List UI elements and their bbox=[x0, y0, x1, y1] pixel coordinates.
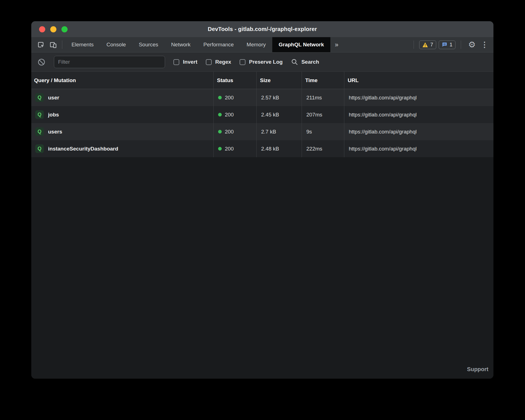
regex-checkbox[interactable]: Regex bbox=[206, 59, 231, 65]
issues-icon bbox=[442, 42, 447, 47]
tab-memory[interactable]: Memory bbox=[240, 37, 272, 52]
devtools-window: DevTools - gitlab.com/-/graphql-explorer… bbox=[31, 21, 493, 379]
size-cell: 2.57 kB bbox=[256, 89, 302, 106]
preserve-log-checkbox[interactable]: Preserve Log bbox=[240, 59, 283, 65]
query-cell: Q instanceSecurityDashboard bbox=[31, 140, 213, 157]
query-badge-icon: Q bbox=[35, 93, 44, 102]
column-header-time[interactable]: Time bbox=[302, 72, 344, 89]
query-name: instanceSecurityDashboard bbox=[48, 146, 118, 152]
column-header-size[interactable]: Size bbox=[256, 72, 302, 89]
kebab-menu-icon: ⋮ bbox=[481, 41, 488, 49]
status-ok-dot-icon bbox=[218, 147, 222, 151]
titlebar: DevTools - gitlab.com/-/graphql-explorer bbox=[31, 21, 493, 37]
gear-icon: ⚙ bbox=[468, 40, 476, 49]
close-window-button[interactable] bbox=[39, 26, 45, 32]
query-cell: Q jobs bbox=[31, 106, 213, 123]
block-icon bbox=[37, 58, 46, 66]
tab-sources[interactable]: Sources bbox=[132, 37, 165, 52]
search-icon bbox=[291, 58, 298, 66]
checkbox-box bbox=[240, 59, 245, 65]
search-label: Search bbox=[301, 59, 319, 65]
tabbar-left-icons bbox=[31, 37, 65, 52]
toolbar-divider bbox=[461, 40, 461, 49]
status-code: 200 bbox=[225, 95, 234, 101]
status-cell: 200 bbox=[213, 140, 256, 157]
size-cell: 2.7 kB bbox=[256, 123, 302, 140]
minimize-window-button[interactable] bbox=[50, 26, 56, 32]
checkbox-box bbox=[173, 59, 179, 65]
column-header-url[interactable]: URL bbox=[344, 72, 493, 89]
url-cell: https://gitlab.com/api/graphql bbox=[344, 106, 493, 123]
settings-button[interactable]: ⚙ bbox=[466, 40, 478, 49]
issues-badge[interactable]: 1 bbox=[439, 40, 455, 49]
tab-console[interactable]: Console bbox=[100, 37, 132, 52]
table-header-row: Query / Mutation Status Size Time URL bbox=[31, 72, 493, 89]
time-cell: 211ms bbox=[302, 89, 344, 106]
query-badge-icon: Q bbox=[35, 144, 44, 153]
status-code: 200 bbox=[225, 146, 234, 152]
device-toolbar-button[interactable] bbox=[47, 37, 59, 52]
devtools-tabbar: Elements Console Sources Network Perform… bbox=[31, 37, 493, 52]
time-cell: 222ms bbox=[302, 140, 344, 157]
size-cell: 2.48 kB bbox=[256, 140, 302, 157]
empty-content-area bbox=[31, 157, 493, 379]
table-row[interactable]: Q instanceSecurityDashboard 200 2.48 kB … bbox=[31, 140, 493, 157]
toolbar-divider bbox=[414, 40, 414, 49]
clear-filter-button[interactable] bbox=[37, 58, 46, 66]
status-cell: 200 bbox=[213, 123, 256, 140]
query-cell: Q users bbox=[31, 123, 213, 140]
status-ok-dot-icon bbox=[218, 113, 222, 116]
warnings-badge[interactable]: 7 bbox=[419, 40, 436, 49]
table-row[interactable]: Q users 200 2.7 kB 9s https://gitlab.com… bbox=[31, 123, 493, 140]
inspect-cursor-icon bbox=[37, 41, 45, 49]
tab-elements[interactable]: Elements bbox=[65, 37, 100, 52]
query-name: users bbox=[48, 129, 62, 135]
table-row[interactable]: Q user 200 2.57 kB 211ms https://gitlab.… bbox=[31, 89, 493, 106]
url-cell: https://gitlab.com/api/graphql bbox=[344, 123, 493, 140]
zoom-window-button[interactable] bbox=[61, 26, 68, 32]
device-toolbar-icon bbox=[49, 41, 57, 49]
warning-count: 7 bbox=[430, 42, 433, 48]
time-cell: 207ms bbox=[302, 106, 344, 123]
query-cell: Q user bbox=[31, 89, 213, 106]
table-row[interactable]: Q jobs 200 2.45 kB 207ms https://gitlab.… bbox=[31, 106, 493, 123]
tab-network[interactable]: Network bbox=[165, 37, 197, 52]
main-menu-button[interactable]: ⋮ bbox=[480, 41, 489, 49]
size-cell: 2.45 kB bbox=[256, 106, 302, 123]
search-button[interactable]: Search bbox=[291, 58, 319, 66]
inspect-element-button[interactable] bbox=[35, 37, 47, 52]
more-tabs-button[interactable]: » bbox=[330, 37, 343, 52]
column-header-query-mutation[interactable]: Query / Mutation bbox=[31, 72, 213, 89]
query-badge-icon: Q bbox=[35, 127, 44, 136]
query-name: user bbox=[48, 95, 59, 101]
filterbar: Invert Regex Preserve Log Search bbox=[31, 52, 493, 72]
status-ok-dot-icon bbox=[218, 130, 222, 133]
invert-label: Invert bbox=[183, 59, 197, 65]
tab-performance[interactable]: Performance bbox=[197, 37, 240, 52]
status-ok-dot-icon bbox=[218, 96, 222, 99]
status-cell: 200 bbox=[213, 89, 256, 106]
issues-count: 1 bbox=[450, 42, 452, 48]
preserve-log-label: Preserve Log bbox=[249, 59, 283, 65]
invert-checkbox[interactable]: Invert bbox=[173, 59, 197, 65]
filter-input[interactable] bbox=[54, 56, 165, 68]
traffic-lights bbox=[39, 21, 68, 37]
regex-label: Regex bbox=[215, 59, 231, 65]
toolbar-divider bbox=[62, 40, 62, 49]
tab-graphql-network[interactable]: GraphQL Network bbox=[272, 37, 330, 52]
query-name: jobs bbox=[48, 112, 59, 118]
checkbox-box bbox=[206, 59, 212, 65]
requests-table: Query / Mutation Status Size Time URL Q … bbox=[31, 72, 493, 157]
status-cell: 200 bbox=[213, 106, 256, 123]
window-title: DevTools - gitlab.com/-/graphql-explorer bbox=[208, 26, 317, 32]
url-cell: https://gitlab.com/api/graphql bbox=[344, 140, 493, 157]
url-cell: https://gitlab.com/api/graphql bbox=[344, 89, 493, 106]
toolbar-right: 7 1 ⚙ ⋮ bbox=[411, 37, 493, 52]
support-link[interactable]: Support bbox=[467, 366, 488, 373]
warning-icon bbox=[422, 42, 428, 47]
status-code: 200 bbox=[225, 112, 234, 118]
status-code: 200 bbox=[225, 129, 234, 135]
time-cell: 9s bbox=[302, 123, 344, 140]
column-header-status[interactable]: Status bbox=[213, 72, 256, 89]
query-badge-icon: Q bbox=[35, 110, 44, 119]
